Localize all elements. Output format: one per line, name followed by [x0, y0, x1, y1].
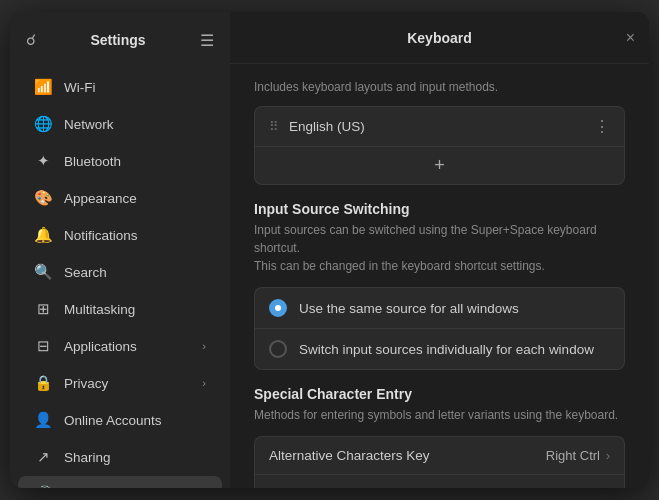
sidebar-item-label-search: Search	[64, 265, 206, 280]
main-panel: Keyboard × Includes keyboard layouts and…	[230, 12, 649, 488]
radio-individual[interactable]: Switch input sources individually for ea…	[255, 328, 624, 369]
input-switching-title: Input Source Switching	[254, 201, 625, 217]
sidebar-item-notifications[interactable]: 🔔 Notifications	[18, 217, 222, 253]
drag-icon: ⠿	[269, 119, 279, 134]
applications-chevron-icon: ›	[202, 340, 206, 352]
input-switching-radio-group: Use the same source for all windows Swit…	[254, 287, 625, 370]
alternative-chars-row[interactable]: Alternative Characters Key Right Ctrl ›	[255, 437, 624, 474]
sidebar-item-label-wifi: Wi-Fi	[64, 80, 206, 95]
alternative-chars-chevron-icon: ›	[606, 449, 610, 463]
radio-individual-label: Switch input sources individually for ea…	[299, 342, 594, 357]
sidebar-item-sharing[interactable]: ↗ Sharing	[18, 439, 222, 475]
alternative-chars-value: Right Ctrl	[546, 448, 600, 463]
input-source-name: English (US)	[289, 119, 584, 134]
alternative-chars-label: Alternative Characters Key	[269, 448, 546, 463]
sidebar-item-label-appearance: Appearance	[64, 191, 206, 206]
kebab-menu-icon[interactable]: ⋮	[594, 117, 610, 136]
sidebar-item-label-online-accounts: Online Accounts	[64, 413, 206, 428]
special-char-desc: Methods for entering symbols and letter …	[254, 406, 625, 424]
sidebar-header: ☌ Settings ☰	[10, 12, 230, 64]
sidebar-item-label-notifications: Notifications	[64, 228, 206, 243]
radio-individual-circle	[269, 340, 287, 358]
sidebar-item-label-sharing: Sharing	[64, 450, 206, 465]
sharing-icon: ↗	[34, 448, 52, 466]
sidebar-item-label-applications: Applications	[64, 339, 190, 354]
input-source-row: ⠿ English (US) ⋮	[255, 107, 624, 146]
compose-key-value: Right Alt	[552, 486, 600, 488]
sidebar-item-label-bluetooth: Bluetooth	[64, 154, 206, 169]
sound-icon: 🔊	[34, 485, 52, 488]
sidebar-item-sound[interactable]: 🔊 Sound	[18, 476, 222, 488]
sidebar-title: Settings	[90, 32, 145, 48]
sidebar-item-label-network: Network	[64, 117, 206, 132]
sidebar-item-wifi[interactable]: 📶 Wi-Fi	[18, 69, 222, 105]
sidebar-item-search[interactable]: 🔍 Search	[18, 254, 222, 290]
sidebar-item-privacy[interactable]: 🔒 Privacy ›	[18, 365, 222, 401]
sidebar: ☌ Settings ☰ 📶 Wi-Fi 🌐 Network ✦ Bluetoo…	[10, 12, 230, 488]
radio-same-source-label: Use the same source for all windows	[299, 301, 519, 316]
radio-same-source[interactable]: Use the same source for all windows	[255, 288, 624, 328]
add-input-source-button[interactable]: +	[255, 147, 624, 184]
privacy-icon: 🔒	[34, 374, 52, 392]
compose-key-row[interactable]: Compose Key Right Alt ›	[255, 474, 624, 488]
sidebar-item-bluetooth[interactable]: ✦ Bluetooth	[18, 143, 222, 179]
sidebar-item-label-sound: Sound	[64, 487, 206, 489]
keyboard-subtitle: Includes keyboard layouts and input meth…	[254, 80, 625, 94]
search-icon[interactable]: ☌	[26, 31, 36, 49]
sidebar-item-network[interactable]: 🌐 Network	[18, 106, 222, 142]
special-char-list: Alternative Characters Key Right Ctrl › …	[254, 436, 625, 488]
settings-window: ☌ Settings ☰ 📶 Wi-Fi 🌐 Network ✦ Bluetoo…	[10, 12, 649, 488]
privacy-chevron-icon: ›	[202, 377, 206, 389]
main-content: Includes keyboard layouts and input meth…	[230, 64, 649, 488]
sidebar-item-online-accounts[interactable]: 👤 Online Accounts	[18, 402, 222, 438]
network-icon: 🌐	[34, 115, 52, 133]
close-button[interactable]: ×	[626, 30, 635, 46]
appearance-icon: 🎨	[34, 189, 52, 207]
sidebar-item-appearance[interactable]: 🎨 Appearance	[18, 180, 222, 216]
sidebar-item-label-privacy: Privacy	[64, 376, 190, 391]
main-header: Keyboard ×	[230, 12, 649, 64]
multitasking-icon: ⊞	[34, 300, 52, 318]
online-accounts-icon: 👤	[34, 411, 52, 429]
menu-icon[interactable]: ☰	[200, 31, 214, 50]
compose-key-label: Compose Key	[269, 486, 552, 488]
sidebar-item-applications[interactable]: ⊟ Applications ›	[18, 328, 222, 364]
wifi-icon: 📶	[34, 78, 52, 96]
compose-key-chevron-icon: ›	[606, 487, 610, 489]
search-icon: 🔍	[34, 263, 52, 281]
applications-icon: ⊟	[34, 337, 52, 355]
notifications-icon: 🔔	[34, 226, 52, 244]
special-char-title: Special Character Entry	[254, 386, 625, 402]
sidebar-items-list: 📶 Wi-Fi 🌐 Network ✦ Bluetooth 🎨 Appearan…	[10, 64, 230, 488]
sidebar-item-label-multitasking: Multitasking	[64, 302, 206, 317]
radio-same-source-circle	[269, 299, 287, 317]
input-switching-desc: Input sources can be switched using the …	[254, 221, 625, 275]
main-title: Keyboard	[407, 30, 472, 46]
input-source-box: ⠿ English (US) ⋮ +	[254, 106, 625, 185]
sidebar-item-multitasking[interactable]: ⊞ Multitasking	[18, 291, 222, 327]
bluetooth-icon: ✦	[34, 152, 52, 170]
